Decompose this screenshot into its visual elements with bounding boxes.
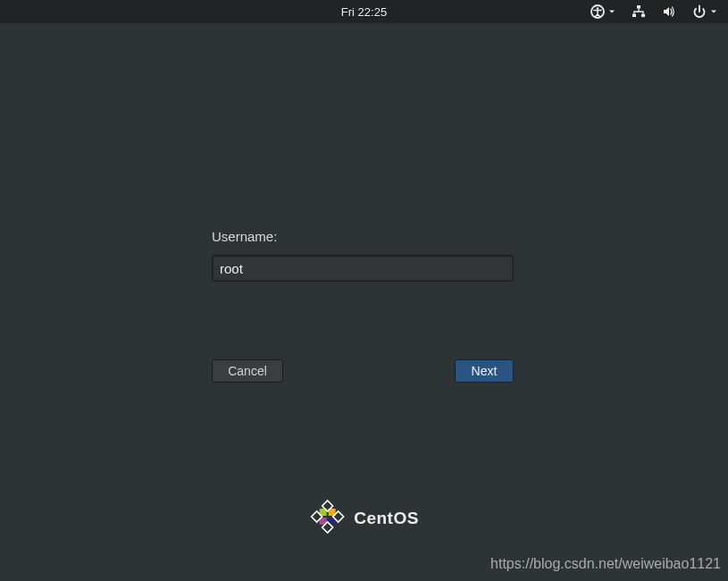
accessibility-menu[interactable] xyxy=(590,4,615,19)
svg-point-1 xyxy=(597,7,599,10)
volume-icon[interactable] xyxy=(662,4,676,19)
power-icon xyxy=(692,4,707,19)
svg-rect-4 xyxy=(641,14,645,18)
clock[interactable]: Fri 22:25 xyxy=(341,5,387,19)
username-label: Username: xyxy=(212,229,514,244)
chevron-down-icon xyxy=(710,8,717,15)
login-button-row: Cancel Next xyxy=(212,359,514,383)
svg-rect-2 xyxy=(637,5,640,9)
next-button[interactable]: Next xyxy=(455,359,514,383)
power-menu[interactable] xyxy=(692,4,717,19)
username-input[interactable] xyxy=(212,255,514,282)
svg-rect-3 xyxy=(632,14,636,18)
network-icon[interactable] xyxy=(632,4,646,19)
centos-logo-icon xyxy=(309,499,345,538)
branding: CentOS xyxy=(309,499,419,538)
top-panel: Fri 22:25 xyxy=(0,0,728,23)
login-form: Username: xyxy=(212,229,514,282)
cancel-button[interactable]: Cancel xyxy=(212,359,283,383)
watermark-text: https://blog.csdn.net/weiweibao1121 xyxy=(490,556,721,572)
chevron-down-icon xyxy=(608,8,615,15)
brand-text: CentOS xyxy=(354,509,419,528)
accessibility-icon xyxy=(590,4,605,19)
system-tray xyxy=(590,0,717,23)
